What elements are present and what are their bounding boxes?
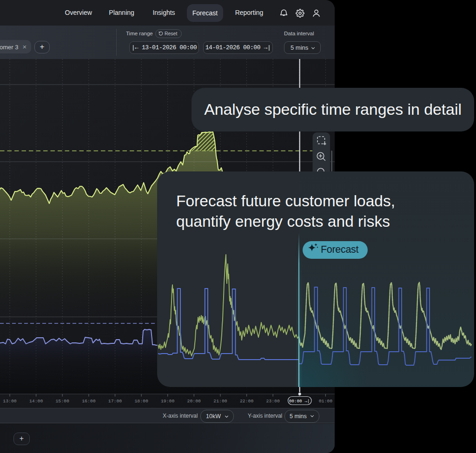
svg-text:21:00: 21:00: [213, 399, 227, 404]
svg-text:14:00: 14:00: [29, 399, 43, 404]
svg-text:00:00 →|: 00:00 →|: [289, 399, 310, 404]
svg-text:01:00: 01:00: [319, 399, 333, 404]
svg-text:20:00: 20:00: [187, 399, 201, 404]
svg-text:18:00: 18:00: [134, 399, 148, 404]
svg-text:23:00: 23:00: [266, 399, 280, 404]
svg-text:22:00: 22:00: [240, 399, 254, 404]
svg-text:19:00: 19:00: [161, 399, 175, 404]
svg-text:17:00: 17:00: [108, 399, 122, 404]
svg-text:16:00: 16:00: [82, 399, 96, 404]
svg-text:15:00: 15:00: [55, 399, 69, 404]
svg-text:13:00: 13:00: [3, 399, 17, 404]
